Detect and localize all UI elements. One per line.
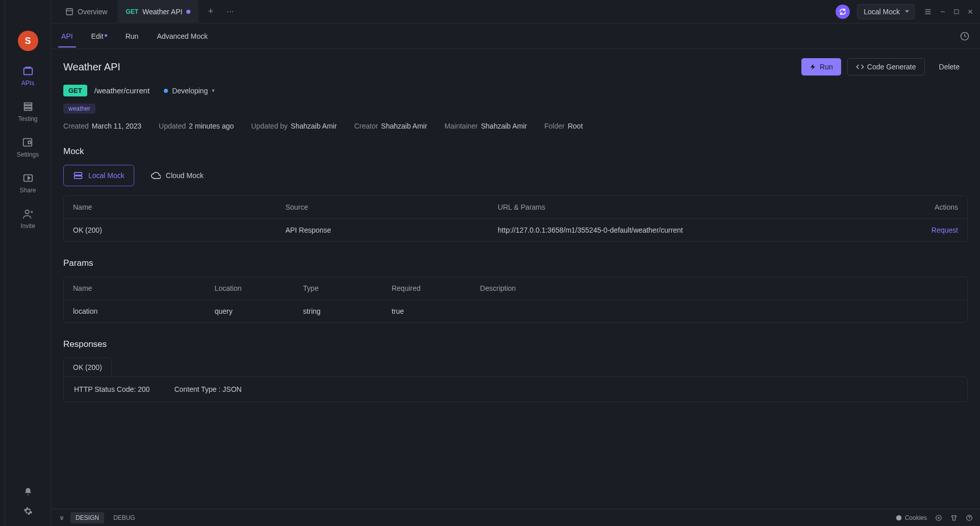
maximize-icon[interactable]	[953, 9, 960, 15]
status-dropdown[interactable]: Developing ▾	[164, 87, 215, 95]
params-header-name: Name	[73, 284, 214, 292]
subnav-run[interactable]: Run	[126, 25, 139, 47]
menu-icon[interactable]	[924, 8, 932, 16]
share-icon	[22, 172, 34, 184]
sidebar-item-label: APIs	[21, 80, 34, 87]
mock-row-name: OK (200)	[73, 226, 285, 234]
response-tab[interactable]: OK (200)	[63, 358, 112, 377]
sidebar-item-settings[interactable]: Settings	[17, 137, 39, 158]
tab-more-icon[interactable]: ⋯	[223, 8, 238, 16]
bell-icon[interactable]	[23, 487, 33, 496]
sidebar-item-share[interactable]: Share	[19, 172, 36, 194]
edit-dot-icon	[105, 34, 107, 37]
meta-updatedby-label: Updated by	[251, 122, 288, 130]
mock-row-source: API Response	[285, 226, 498, 234]
bottom-bar: DESIGN DEBUG Cookies	[51, 509, 980, 526]
new-tab-button[interactable]: +	[201, 6, 220, 17]
sync-button[interactable]	[836, 5, 850, 19]
apis-icon	[22, 65, 34, 77]
tab-bar: Overview GET Weather API + ⋯ Local Mock	[51, 0, 980, 23]
meta-updated-value: 2 minutes ago	[189, 122, 234, 130]
params-header-required: Required	[391, 284, 480, 292]
sidebar-item-label: Invite	[20, 222, 35, 230]
unsaved-dot-icon	[186, 10, 190, 14]
meta-updatedby-value: Shahzaib Amir	[291, 122, 337, 130]
mock-header-actions: Actions	[870, 203, 958, 211]
response-content-type: Content Type : JSON	[174, 385, 241, 393]
meta-created-value: March 11, 2023	[92, 122, 141, 130]
tab-method-label: GET	[126, 8, 138, 15]
delete-button[interactable]: Delete	[931, 58, 968, 76]
cookies-button[interactable]: Cookies	[895, 514, 927, 521]
svg-rect-3	[24, 109, 32, 111]
tab-overview[interactable]: Overview	[57, 0, 115, 23]
svg-rect-9	[954, 10, 959, 14]
sidebar-item-invite[interactable]: Invite	[20, 208, 35, 230]
mock-section-title: Mock	[63, 146, 968, 157]
sidebar-item-label: Share	[19, 187, 36, 194]
gear-icon[interactable]	[23, 507, 33, 516]
history-icon[interactable]	[960, 31, 970, 41]
recycle-icon[interactable]	[935, 514, 942, 521]
param-required: true	[391, 307, 480, 315]
sidebar-item-testing[interactable]: Testing	[18, 101, 37, 122]
local-mock-label: Local Mock	[88, 171, 125, 180]
mock-table: Name Source URL & Params Actions OK (200…	[63, 195, 968, 242]
svg-rect-0	[23, 68, 32, 75]
sidebar-item-apis[interactable]: APIs	[21, 65, 34, 87]
status-dot-icon	[164, 89, 168, 93]
tab-weather-api[interactable]: GET Weather API	[117, 0, 199, 23]
sidebar-item-label: Settings	[17, 151, 39, 158]
avatar[interactable]: S	[18, 31, 38, 51]
server-icon	[73, 170, 83, 181]
subnav-edit-label: Edit	[91, 32, 104, 40]
bottom-debug-button[interactable]: DEBUG	[109, 512, 139, 523]
svg-rect-1	[24, 103, 32, 105]
subnav-advanced-mock[interactable]: Advanced Mock	[157, 25, 208, 47]
meta-created-label: Created	[63, 122, 89, 130]
cloud-mock-label: Cloud Mock	[166, 171, 204, 180]
meta-maintainer-label: Maintainer	[445, 122, 478, 130]
tshirt-icon[interactable]	[950, 514, 958, 521]
params-header-location: Location	[214, 284, 303, 292]
cloud-mock-button[interactable]: Cloud Mock	[141, 165, 213, 186]
meta-folder-value: Root	[568, 122, 583, 130]
environment-select[interactable]: Local Mock	[857, 4, 915, 19]
local-mock-button[interactable]: Local Mock	[63, 165, 134, 186]
param-location: query	[214, 307, 303, 315]
bottom-design-button[interactable]: DESIGN	[70, 512, 104, 523]
sub-nav: API Edit Run Advanced Mock	[51, 23, 980, 49]
svg-rect-11	[75, 172, 82, 175]
subnav-api[interactable]: API	[61, 25, 73, 47]
svg-rect-8	[66, 9, 72, 15]
meta-folder-label: Folder	[545, 122, 565, 130]
help-icon[interactable]	[966, 514, 973, 521]
mock-header-source: Source	[285, 203, 498, 211]
subnav-edit[interactable]: Edit	[91, 25, 107, 47]
method-badge: GET	[63, 85, 87, 96]
response-details: HTTP Status Code: 200 Content Type : JSO…	[63, 377, 968, 402]
mock-table-row: OK (200) API Response http://127.0.0.1:3…	[64, 219, 967, 241]
code-generate-label: Code Generate	[867, 63, 916, 71]
svg-rect-2	[24, 106, 32, 108]
tag-chip[interactable]: weather	[63, 104, 95, 114]
code-generate-button[interactable]: Code Generate	[847, 58, 925, 76]
params-header-type: Type	[303, 284, 391, 292]
param-type: string	[303, 307, 391, 315]
params-table-row: location query string true	[64, 300, 967, 322]
responses-section-title: Responses	[63, 339, 968, 349]
testing-icon	[22, 101, 34, 112]
mock-row-request-link[interactable]: Request	[932, 226, 958, 234]
svg-point-7	[25, 210, 29, 214]
chevron-down-icon: ▾	[212, 87, 215, 94]
close-icon[interactable]	[967, 8, 974, 15]
sidebar-item-label: Testing	[18, 115, 37, 122]
settings-panel-icon	[22, 137, 33, 148]
tab-title-label: Weather API	[142, 8, 182, 16]
expand-bottom-icon[interactable]	[58, 514, 65, 521]
content-area: Weather API Run Code Generate D	[51, 49, 980, 509]
lightning-icon	[810, 63, 817, 70]
run-button[interactable]: Run	[801, 58, 841, 76]
minimize-icon[interactable]	[939, 8, 946, 15]
param-description	[480, 307, 958, 315]
